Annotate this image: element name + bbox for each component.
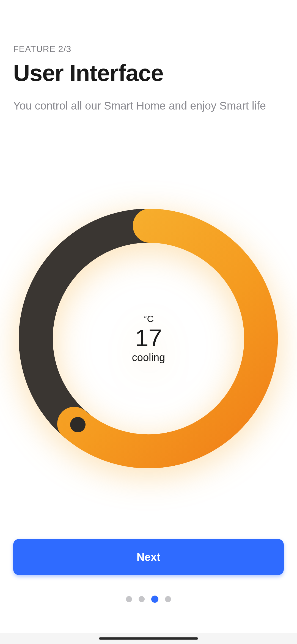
temperature-mode: cooling (132, 352, 165, 364)
page-dot-4[interactable] (165, 596, 171, 602)
feature-badge: FEATURE 2/3 (13, 44, 284, 54)
page-subtitle: You control all our Smart Home and enjoy… (13, 98, 284, 113)
temperature-value: 17 (135, 326, 162, 350)
dial-readout: °C 17 cooling (132, 313, 165, 364)
page-dot-2[interactable] (139, 596, 145, 602)
dial-handle[interactable] (70, 417, 86, 432)
page-indicator (0, 596, 297, 603)
page-dot-1[interactable] (126, 596, 132, 602)
temperature-unit: °C (143, 313, 154, 324)
temperature-dial[interactable]: °C 17 cooling (19, 209, 278, 468)
page-dot-3[interactable] (151, 596, 158, 603)
page-title: User Interface (13, 61, 284, 85)
next-button[interactable]: Next (13, 539, 284, 575)
home-indicator (99, 637, 198, 640)
